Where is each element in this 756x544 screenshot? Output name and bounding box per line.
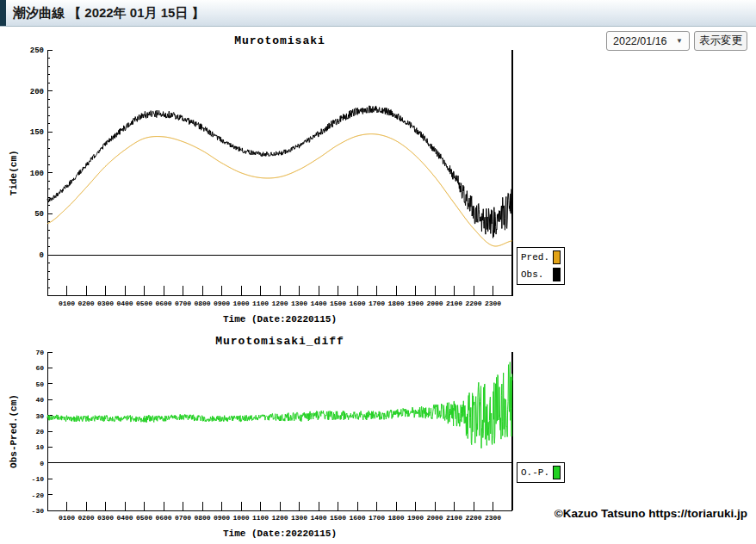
y-axis-label: Tide(cm): [9, 150, 19, 195]
y-tick-label: 70: [35, 349, 44, 356]
x-tick-label: 0800: [194, 300, 210, 307]
date-select-value: 2022/01/16: [613, 35, 667, 47]
legend-row-pred: Pred.: [521, 250, 561, 264]
x-tick-label: 1700: [369, 300, 385, 307]
x-tick-label: 0600: [155, 300, 171, 307]
page-title: 潮汐曲線 【 2022年 01月 15日 】: [13, 0, 205, 26]
y-tick-label: 10: [35, 443, 44, 451]
legend-label-obs: Obs.: [521, 269, 543, 280]
header-accent-bar: [0, 0, 6, 26]
Obs-curve: [47, 106, 512, 238]
x-tick-label: 1100: [252, 300, 269, 307]
x-tick-label: 1500: [330, 300, 346, 307]
x-tick-label: 2300: [485, 300, 501, 307]
y-axis-label: Obs-Pred.(cm): [9, 394, 19, 468]
legend-swatch-obs: [553, 268, 561, 281]
x-tick-label: 2100: [446, 300, 462, 307]
legend-swatch-pred: [553, 250, 561, 264]
x-tick-label: 0100: [59, 300, 75, 307]
x-axis-label: Time (Date:20220115): [223, 529, 337, 539]
legend-row-obs: Obs.: [521, 268, 561, 281]
x-tick-label: 0700: [175, 300, 191, 307]
date-select[interactable]: 2022/01/16 ▼: [606, 31, 690, 51]
copyright-text: ©Kazuo Tatsuno https://toriaruki.jp: [0, 507, 747, 520]
x-tick-label: 1300: [291, 300, 307, 307]
x-axis-label: Time (Date:20220115): [223, 314, 337, 325]
y-tick-label: 60: [35, 364, 44, 372]
y-tick-label: 20: [35, 428, 44, 436]
x-tick-label: 1400: [310, 300, 326, 307]
Pred-curve: [47, 134, 512, 246]
y-tick-label: 200: [30, 88, 44, 96]
tide-chart: 0501001502002500100020003000400050006000…: [0, 45, 575, 331]
y-tick-label: 50: [35, 380, 44, 388]
tide-chart-legend: Pred. Obs.: [517, 247, 565, 285]
legend-row-op: O.-P.: [521, 466, 561, 479]
x-tick-label: 1200: [271, 300, 288, 307]
page-header: 潮汐曲線 【 2022年 01月 15日 】: [0, 0, 756, 27]
Murotomisaki-plot: 0501001502002500100020003000400050006000…: [9, 46, 512, 325]
legend-label-op: O.-P.: [521, 467, 549, 478]
x-tick-label: 1600: [349, 300, 365, 307]
y-tick-label: 150: [30, 128, 44, 137]
y-tick-label: 50: [34, 210, 44, 219]
change-view-button[interactable]: 表示変更: [694, 31, 747, 51]
O-P-curve: [47, 362, 512, 448]
y-tick-label: -10: [32, 475, 45, 483]
y-tick-label: 0: [40, 251, 44, 260]
legend-label-pred: Pred.: [521, 252, 549, 263]
x-tick-label: 0400: [116, 300, 133, 307]
diff-chart-legend: O.-P.: [517, 462, 565, 483]
x-tick-label: 1900: [407, 300, 424, 307]
legend-swatch-op: [553, 466, 561, 479]
x-tick-label: 0500: [136, 300, 152, 307]
x-tick-label: 1000: [232, 300, 249, 307]
x-tick-label: 0300: [97, 300, 114, 307]
page: 潮汐曲線 【 2022年 01月 15日 】 2022/01/16 ▼ 表示変更…: [0, 0, 756, 544]
y-tick-label: -20: [32, 491, 45, 499]
x-tick-label: 1800: [387, 300, 404, 307]
x-tick-label: 2000: [426, 300, 443, 307]
x-tick-label: 2200: [465, 300, 481, 307]
y-tick-label: 30: [35, 412, 44, 420]
y-tick-label: 0: [40, 460, 44, 467]
x-tick-label: 0200: [77, 300, 94, 307]
y-tick-label: 40: [35, 396, 44, 404]
chevron-down-icon: ▼: [676, 37, 683, 45]
y-tick-label: 250: [30, 46, 44, 55]
x-tick-label: 0900: [214, 300, 230, 307]
y-tick-label: 100: [30, 170, 44, 178]
